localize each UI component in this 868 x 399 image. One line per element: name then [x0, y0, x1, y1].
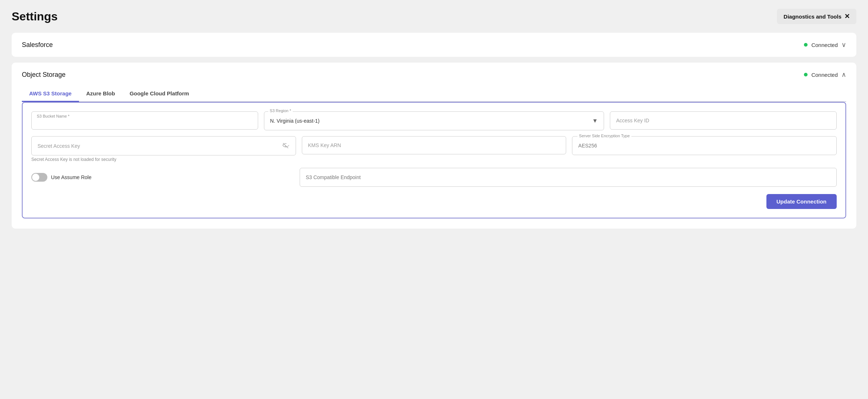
salesforce-connected-text: Connected: [811, 42, 838, 48]
s3-bucket-name-group: S3 Bucket Name *: [31, 111, 258, 130]
use-assume-role-toggle[interactable]: [31, 173, 47, 182]
kms-key-arn-group: KMS Key ARN: [302, 136, 567, 162]
server-side-encryption-wrapper: Server Side Encryption Type: [572, 136, 837, 155]
object-storage-chevron-up-icon: ∧: [841, 71, 846, 79]
salesforce-chevron-down-icon: ∨: [841, 41, 846, 49]
access-key-id-placeholder: Access Key ID: [616, 118, 649, 123]
form-row-3: Use Assume Role: [31, 168, 837, 187]
object-storage-card-header[interactable]: Object Storage Connected ∧: [12, 63, 856, 87]
s3-region-group: N. Virginia (us-east-1) ▼ S3 Region *: [264, 111, 604, 130]
secret-access-key-placeholder: Secret Access Key: [38, 143, 80, 149]
tab-aws-s3[interactable]: AWS S3 Storage: [22, 87, 79, 102]
use-assume-role-label: Use Assume Role: [51, 174, 91, 180]
diagnostics-tools-button[interactable]: Diagnostics and Tools ✕: [777, 9, 856, 24]
salesforce-card: Salesforce Connected ∨: [12, 33, 856, 57]
access-key-id-group: Access Key ID: [610, 111, 837, 130]
object-storage-title: Object Storage: [22, 71, 66, 79]
aws-s3-form: S3 Bucket Name * N. Virginia (us-east-1)…: [22, 102, 846, 218]
server-side-encryption-group: Server Side Encryption Type: [572, 136, 837, 162]
s3-region-value: N. Virginia (us-east-1): [270, 118, 320, 124]
s3-bucket-name-wrapper: S3 Bucket Name *: [31, 111, 258, 130]
page-header: Settings Diagnostics and Tools ✕: [12, 9, 856, 24]
object-storage-connected-text: Connected: [811, 72, 838, 78]
secret-key-security-note: Secret Access Key is not loaded for secu…: [31, 157, 296, 162]
secret-access-key-field: Secret Access Key: [31, 136, 296, 155]
server-side-encryption-label: Server Side Encryption Type: [577, 134, 631, 138]
page-title: Settings: [12, 10, 58, 23]
object-storage-body: AWS S3 Storage Azure Blob Google Cloud P…: [12, 87, 856, 229]
s3-region-select[interactable]: N. Virginia (us-east-1) ▼: [264, 111, 604, 130]
secret-access-key-group: Secret Access Key Secret Access Key is n…: [31, 136, 296, 162]
s3-region-label: S3 Region *: [268, 108, 293, 113]
s3-compatible-endpoint-input[interactable]: [306, 174, 830, 180]
server-side-encryption-input[interactable]: [578, 143, 830, 149]
s3-bucket-name-input[interactable]: [38, 117, 252, 125]
s3-region-chevron-down-icon: ▼: [592, 118, 598, 124]
update-connection-button[interactable]: Update Connection: [766, 194, 837, 209]
diagnostics-label: Diagnostics and Tools: [784, 13, 841, 20]
use-assume-role-group: Use Assume Role: [31, 173, 294, 182]
salesforce-status-area: Connected ∨: [804, 41, 846, 49]
kms-key-arn-placeholder: KMS Key ARN: [308, 142, 341, 148]
close-icon: ✕: [844, 12, 850, 20]
form-footer: Update Connection: [31, 194, 837, 209]
eye-off-icon[interactable]: [282, 142, 290, 149]
salesforce-connected-dot: [804, 43, 808, 47]
salesforce-card-header[interactable]: Salesforce Connected ∨: [12, 33, 856, 57]
s3-compatible-endpoint-field: [300, 168, 837, 187]
access-key-id-field[interactable]: Access Key ID: [610, 111, 837, 130]
tab-azure-blob[interactable]: Azure Blob: [79, 87, 122, 102]
tab-google-cloud[interactable]: Google Cloud Platform: [122, 87, 196, 102]
form-row-2: Secret Access Key Secret Access Key is n…: [31, 136, 837, 162]
kms-key-arn-field[interactable]: KMS Key ARN: [302, 136, 567, 154]
object-storage-connected-dot: [804, 73, 808, 76]
form-row-1: S3 Bucket Name * N. Virginia (us-east-1)…: [31, 111, 837, 130]
s3-bucket-name-label: S3 Bucket Name *: [37, 114, 70, 118]
storage-tabs: AWS S3 Storage Azure Blob Google Cloud P…: [22, 87, 846, 102]
object-storage-status-area: Connected ∧: [804, 71, 846, 79]
salesforce-title: Salesforce: [22, 41, 53, 49]
object-storage-card: Object Storage Connected ∧ AWS S3 Storag…: [12, 63, 856, 229]
